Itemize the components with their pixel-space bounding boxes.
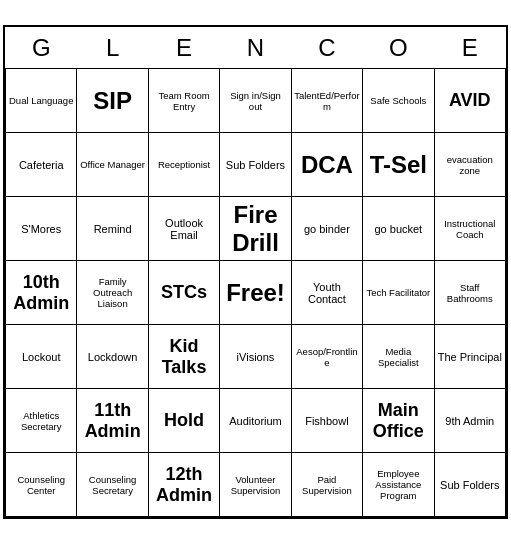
bingo-cell: evacuation zone <box>434 133 505 197</box>
bingo-cell: SIP <box>77 69 148 133</box>
bingo-cell: Employee Assistance Program <box>363 453 434 517</box>
bingo-cell: S'Mores <box>6 197 77 261</box>
bingo-cell: 12th Admin <box>148 453 219 517</box>
bingo-cell: Free! <box>220 261 291 325</box>
bingo-cell: Instructional Coach <box>434 197 505 261</box>
bingo-cell: DCA <box>291 133 362 197</box>
bingo-cell: The Principal <box>434 325 505 389</box>
bingo-cell: Staff Bathrooms <box>434 261 505 325</box>
header-letter: E <box>434 27 505 69</box>
bingo-cell: Paid Supervision <box>291 453 362 517</box>
header-letter: E <box>148 27 219 69</box>
bingo-cell: Hold <box>148 389 219 453</box>
header-letter: O <box>363 27 434 69</box>
bingo-cell: Volunteer Supervision <box>220 453 291 517</box>
bingo-cell: STCs <box>148 261 219 325</box>
bingo-cell: Media Specialist <box>363 325 434 389</box>
bingo-cell: 9th Admin <box>434 389 505 453</box>
bingo-card: GLENCOEDual LanguageSIPTeam Room EntrySi… <box>3 25 508 520</box>
bingo-cell: Athletics Secretary <box>6 389 77 453</box>
header-letter: C <box>291 27 362 69</box>
bingo-cell: Sub Folders <box>434 453 505 517</box>
bingo-cell: go binder <box>291 197 362 261</box>
bingo-cell: Sign in/Sign out <box>220 69 291 133</box>
bingo-cell: Fire Drill <box>220 197 291 261</box>
bingo-cell: Lockout <box>6 325 77 389</box>
bingo-cell: go bucket <box>363 197 434 261</box>
bingo-cell: iVisions <box>220 325 291 389</box>
bingo-cell: Fishbowl <box>291 389 362 453</box>
bingo-cell: Tech Facilitator <box>363 261 434 325</box>
bingo-cell: Main Office <box>363 389 434 453</box>
bingo-cell: Safe Schools <box>363 69 434 133</box>
bingo-cell: Cafeteria <box>6 133 77 197</box>
bingo-cell: 10th Admin <box>6 261 77 325</box>
bingo-cell: Kid Talks <box>148 325 219 389</box>
bingo-cell: Dual Language <box>6 69 77 133</box>
header-letter: L <box>77 27 148 69</box>
bingo-cell: 11th Admin <box>77 389 148 453</box>
bingo-cell: Sub Folders <box>220 133 291 197</box>
bingo-cell: Youth Contact <box>291 261 362 325</box>
bingo-cell: Remind <box>77 197 148 261</box>
bingo-cell: Outlook Email <box>148 197 219 261</box>
bingo-cell: Office Manager <box>77 133 148 197</box>
bingo-cell: Lockdown <box>77 325 148 389</box>
header-letter: N <box>220 27 291 69</box>
bingo-cell: Team Room Entry <box>148 69 219 133</box>
bingo-cell: T-Sel <box>363 133 434 197</box>
bingo-cell: AVID <box>434 69 505 133</box>
bingo-cell: TalentEd/Perform <box>291 69 362 133</box>
bingo-cell: Family Outreach Liaison <box>77 261 148 325</box>
bingo-cell: Counseling Secretary <box>77 453 148 517</box>
bingo-cell: Receptionist <box>148 133 219 197</box>
bingo-cell: Counseling Center <box>6 453 77 517</box>
bingo-cell: Aesop/Frontline <box>291 325 362 389</box>
header-letter: G <box>6 27 77 69</box>
bingo-cell: Auditorium <box>220 389 291 453</box>
